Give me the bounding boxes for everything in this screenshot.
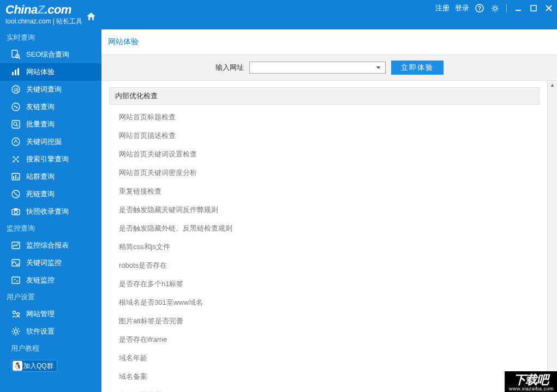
sidebar-tutorial[interactable]: 用户教程 <box>0 340 101 357</box>
sidebar-group-title: 用户设置 <box>0 289 101 305</box>
svg-rect-20 <box>17 68 19 75</box>
go-button[interactable]: 立即体验 <box>391 61 444 75</box>
sidebar-item-key-circle[interactable]: 词关键词查询 <box>0 81 101 98</box>
sidebar-item-snapshot[interactable]: 快照收录查询 <box>0 203 101 220</box>
gear-icon <box>11 327 21 336</box>
join-qq-button[interactable]: 🐧加入QQ群 <box>11 360 57 372</box>
sidebar-item-label: 搜索引擎查询 <box>26 154 69 164</box>
svg-point-27 <box>12 138 20 146</box>
sidebar-item-label: 关键词监控 <box>26 258 62 268</box>
svg-rect-15 <box>12 50 17 57</box>
sidebar-item-deadlink[interactable]: 死链查询 <box>0 185 101 203</box>
svg-rect-11 <box>516 10 521 11</box>
svg-line-8 <box>496 10 497 10</box>
svg-line-59 <box>18 329 19 330</box>
dig-icon <box>11 137 21 147</box>
svg-point-50 <box>17 313 20 316</box>
home-icon[interactable] <box>87 13 95 20</box>
sidebar-item-site-mgmt[interactable]: 网站管理 <box>0 305 101 323</box>
settings-icon[interactable] <box>490 3 500 13</box>
svg-point-2 <box>493 7 496 10</box>
report-icon <box>11 240 21 250</box>
url-input[interactable] <box>249 62 386 74</box>
sidebar-item-label: 关键词查询 <box>26 85 62 94</box>
content: 内部优化检查 网站首页标题检查网站首页描述检查网站首页关键词设置检查网站首页关键… <box>101 81 547 392</box>
check-item: 是否触发隐藏外链、反黑链检查规则 <box>119 219 540 238</box>
svg-line-56 <box>13 329 14 330</box>
key-circle-icon: 词 <box>11 85 21 94</box>
sidebar-item-report[interactable]: 监控综合报表 <box>0 237 101 254</box>
sidebar-item-label: 网站体验 <box>26 67 55 77</box>
svg-line-10 <box>496 5 497 6</box>
check-item: 精简css和js文件 <box>119 238 540 256</box>
titlebar-right: 注册 登录 ? <box>435 3 554 13</box>
svg-line-9 <box>492 10 493 10</box>
qq-icon: 🐧 <box>13 361 22 371</box>
logo: ChinaZ.com tool.chinaz.com | 站长工具 <box>5 4 82 26</box>
url-label: 输入网址 <box>215 63 244 73</box>
svg-line-42 <box>14 192 18 196</box>
sidebar-item-label: SEO综合查询 <box>26 50 69 59</box>
check-item: 网站首页关键词密度分析 <box>119 164 540 182</box>
login-link[interactable]: 登录 <box>455 3 469 13</box>
main: 网站体验 输入网址 立即体验 内部优化检查 网站首页标题检查网站首页描述检查网站… <box>101 29 557 392</box>
sidebar-item-label: 站群查询 <box>26 172 55 182</box>
scrollbar[interactable]: ▲ ▼ <box>547 81 557 392</box>
svg-rect-38 <box>13 176 14 179</box>
sidebar-item-dig[interactable]: 关键词挖掘 <box>0 133 101 150</box>
help-icon[interactable]: ? <box>475 3 484 13</box>
divider <box>506 4 507 13</box>
link-circle-icon <box>11 102 21 112</box>
bars-icon <box>11 67 21 77</box>
titlebar: ChinaZ.com tool.chinaz.com | 站长工具 注册 登录 … <box>0 0 557 29</box>
svg-line-35 <box>14 159 16 161</box>
check-list: 网站首页标题检查网站首页描述检查网站首页关键词设置检查网站首页关键词密度分析重复… <box>109 105 540 392</box>
svg-line-34 <box>16 157 18 159</box>
svg-line-36 <box>16 159 18 161</box>
site-mgmt-icon <box>11 309 21 319</box>
scroll-down-icon[interactable]: ▼ <box>548 383 557 392</box>
svg-rect-45 <box>14 208 17 210</box>
sidebar-item-label: 友链查询 <box>26 102 55 112</box>
doc-search-icon <box>11 50 21 59</box>
section-header: 内部优化检查 <box>109 87 540 105</box>
svg-line-58 <box>13 334 14 335</box>
link-mon-icon <box>11 275 21 285</box>
sidebar-group-title: 监控查询 <box>0 220 101 237</box>
cluster-icon <box>11 172 21 182</box>
sidebar-item-bars[interactable]: 网站体验 <box>0 63 101 81</box>
scroll-up-icon[interactable]: ▲ <box>548 81 557 89</box>
sidebar-item-cluster[interactable]: 站群查询 <box>0 168 101 185</box>
sidebar-item-link-circle[interactable]: 友链查询 <box>0 98 101 116</box>
sidebar-item-wave[interactable]: 关键词监控 <box>0 254 101 272</box>
check-item: 域名年龄 <box>119 349 540 367</box>
close-button[interactable] <box>544 3 554 13</box>
maximize-button[interactable] <box>529 3 538 13</box>
qq-label: 加入QQ群 <box>23 361 53 371</box>
sidebar-group-title: 实时查询 <box>0 29 101 46</box>
logo-text: ChinaZ.com <box>5 4 82 16</box>
svg-rect-48 <box>12 277 20 284</box>
sidebar-item-label: 网站管理 <box>26 309 55 319</box>
check-item: 根域名是否301至www域名 <box>119 293 540 312</box>
check-item: 是否存在多个h1标签 <box>119 275 540 293</box>
sidebar-item-link-mon[interactable]: 友链监控 <box>0 272 101 289</box>
sidebar-item-engine[interactable]: 搜索引擎查询 <box>0 150 101 168</box>
sidebar-item-label: 快照收录查询 <box>26 207 69 216</box>
logo-z: Z <box>38 3 45 16</box>
check-item: 是否触发隐藏关键词反作弊规则 <box>119 201 540 219</box>
svg-line-17 <box>19 57 20 59</box>
register-link[interactable]: 注册 <box>435 3 450 13</box>
sidebar-item-label: 软件设置 <box>26 327 55 336</box>
svg-line-7 <box>492 5 493 6</box>
sidebar-item-batch[interactable]: 批量查询 <box>0 116 101 133</box>
batch-icon <box>11 119 21 129</box>
svg-point-49 <box>13 311 16 314</box>
minimize-button[interactable] <box>513 3 523 13</box>
sidebar-item-gear[interactable]: 软件设置 <box>0 323 101 340</box>
svg-text:?: ? <box>478 5 481 11</box>
sidebar-item-doc-search[interactable]: SEO综合查询 <box>0 46 101 63</box>
svg-rect-18 <box>12 72 14 75</box>
svg-rect-39 <box>15 175 16 179</box>
wave-icon <box>11 258 21 268</box>
